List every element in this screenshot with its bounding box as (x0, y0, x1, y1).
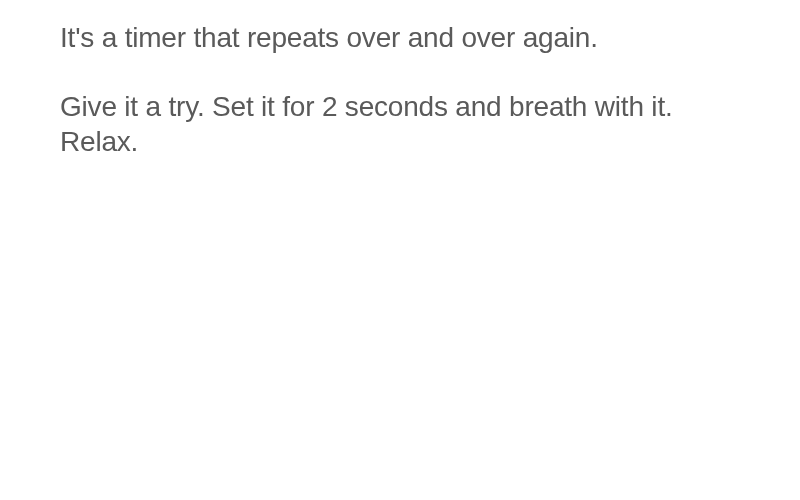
paragraph-1: It's a timer that repeats over and over … (60, 20, 740, 55)
text-content: It's a timer that repeats over and over … (0, 0, 800, 159)
paragraph-2: Give it a try. Set it for 2 seconds and … (60, 89, 740, 159)
